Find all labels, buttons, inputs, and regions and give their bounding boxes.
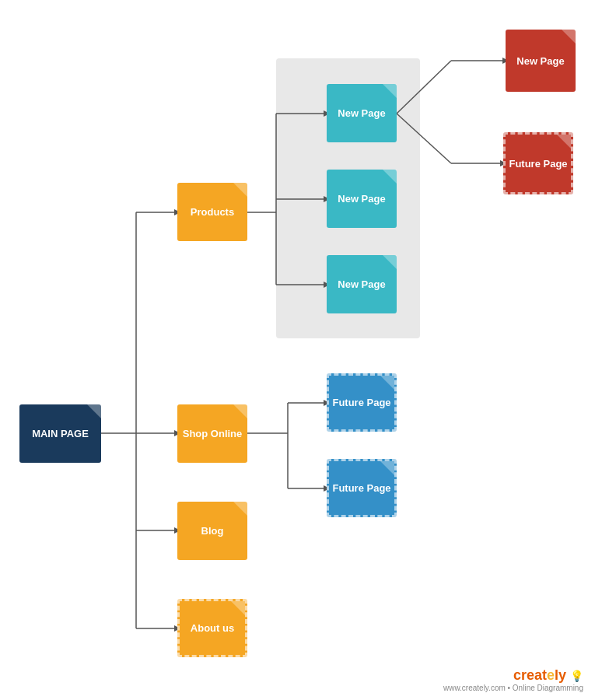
future-page-2-node[interactable]: Future Page [327, 459, 397, 517]
new-page-1-label: New Page [338, 107, 385, 119]
blog-label: Blog [201, 525, 224, 537]
new-page-1-node[interactable]: New Page [327, 84, 397, 142]
footer-tagline: www.creately.com • Online Diagramming [443, 684, 583, 692]
new-page-red-1-node[interactable]: New Page [506, 30, 576, 92]
blog-node[interactable]: Blog [177, 502, 247, 560]
brand-logo: creately 💡 [443, 667, 583, 684]
brand-lightbulb-icon: 💡 [570, 670, 583, 682]
future-page-1-node[interactable]: Future Page [327, 373, 397, 432]
new-page-3-node[interactable]: New Page [327, 255, 397, 313]
about-us-node[interactable]: About us [177, 599, 247, 657]
diagram-container: MAIN PAGE Products Shop Online Blog Abou… [0, 0, 595, 700]
future-page-1-label: Future Page [332, 397, 390, 408]
shop-online-label: Shop Online [183, 428, 243, 439]
future-page-red-node[interactable]: Future Page [503, 132, 573, 194]
future-page-2-label: Future Page [332, 482, 390, 494]
new-page-red-1-label: New Page [516, 55, 564, 67]
shop-online-node[interactable]: Shop Online [177, 404, 247, 463]
footer: creately 💡 www.creately.com • Online Dia… [443, 667, 583, 692]
new-page-3-label: New Page [338, 278, 385, 290]
brand-accent: e [547, 667, 555, 683]
main-page-node[interactable]: MAIN PAGE [19, 404, 101, 463]
products-label: Products [191, 206, 234, 218]
products-node[interactable]: Products [177, 183, 247, 241]
future-page-red-label: Future Page [509, 158, 567, 170]
about-us-label: About us [191, 622, 234, 634]
new-page-2-label: New Page [338, 193, 385, 205]
new-page-2-node[interactable]: New Page [327, 170, 397, 228]
main-page-label: MAIN PAGE [32, 428, 89, 439]
